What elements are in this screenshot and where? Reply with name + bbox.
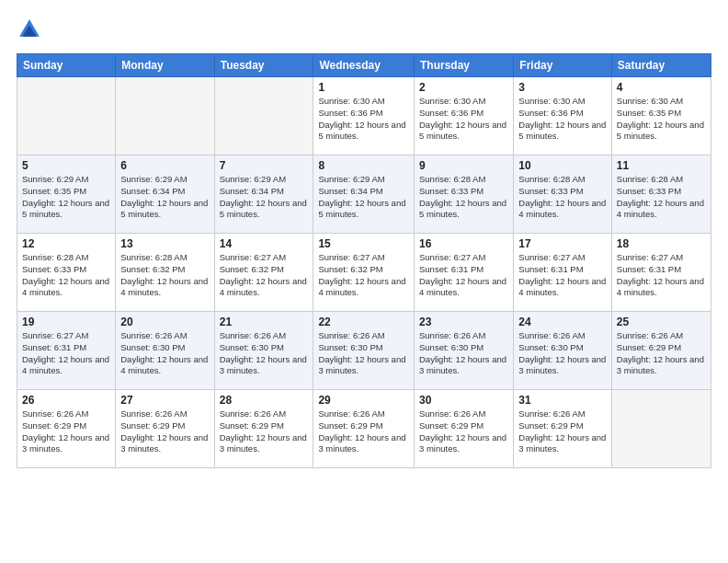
calendar-row-4: 26Sunrise: 6:26 AMSunset: 6:29 PMDayligh…: [17, 390, 711, 468]
page: SundayMondayTuesdayWednesdayThursdayFrid…: [0, 0, 728, 563]
day-info: Sunrise: 6:29 AMSunset: 6:35 PMDaylight:…: [22, 174, 110, 221]
day-number: 2: [419, 81, 508, 94]
day-info: Sunrise: 6:27 AMSunset: 6:32 PMDaylight:…: [220, 252, 309, 299]
calendar-cell-0-2: [214, 77, 313, 155]
day-info: Sunrise: 6:26 AMSunset: 6:29 PMDaylight:…: [22, 408, 110, 455]
day-number: 14: [220, 237, 309, 250]
day-number: 20: [120, 316, 209, 328]
day-info: Sunrise: 6:27 AMSunset: 6:31 PMDaylight:…: [419, 252, 508, 299]
day-info: Sunrise: 6:26 AMSunset: 6:29 PMDaylight:…: [617, 330, 706, 377]
day-number: 8: [318, 159, 409, 172]
calendar-table: SundayMondayTuesdayWednesdayThursdayFrid…: [17, 53, 711, 468]
day-info: Sunrise: 6:30 AMSunset: 6:36 PMDaylight:…: [419, 96, 508, 143]
day-info: Sunrise: 6:29 AMSunset: 6:34 PMDaylight:…: [220, 174, 309, 221]
day-info: Sunrise: 6:26 AMSunset: 6:30 PMDaylight:…: [518, 330, 607, 377]
calendar-row-0: 1Sunrise: 6:30 AMSunset: 6:36 PMDaylight…: [17, 77, 711, 155]
calendar-cell-4-5: 31Sunrise: 6:26 AMSunset: 6:29 PMDayligh…: [514, 390, 612, 468]
day-number: 5: [22, 159, 110, 172]
calendar-cell-3-6: 25Sunrise: 6:26 AMSunset: 6:29 PMDayligh…: [611, 312, 711, 390]
day-number: 21: [220, 316, 309, 328]
day-info: Sunrise: 6:28 AMSunset: 6:33 PMDaylight:…: [22, 252, 110, 299]
calendar-cell-1-0: 5Sunrise: 6:29 AMSunset: 6:35 PMDaylight…: [17, 155, 116, 234]
weekday-monday: Monday: [116, 54, 214, 77]
calendar-cell-0-1: [116, 77, 214, 155]
day-info: Sunrise: 6:26 AMSunset: 6:30 PMDaylight:…: [220, 330, 309, 377]
day-number: 29: [318, 394, 409, 407]
day-number: 6: [120, 159, 209, 172]
day-number: 28: [220, 394, 309, 407]
calendar-cell-3-4: 23Sunrise: 6:26 AMSunset: 6:30 PMDayligh…: [415, 312, 514, 390]
calendar-cell-3-1: 20Sunrise: 6:26 AMSunset: 6:30 PMDayligh…: [116, 312, 214, 390]
day-number: 30: [419, 394, 508, 407]
day-info: Sunrise: 6:26 AMSunset: 6:30 PMDaylight:…: [419, 330, 508, 377]
calendar-cell-2-1: 13Sunrise: 6:28 AMSunset: 6:32 PMDayligh…: [116, 234, 214, 312]
calendar-cell-3-5: 24Sunrise: 6:26 AMSunset: 6:30 PMDayligh…: [514, 312, 612, 390]
day-info: Sunrise: 6:29 AMSunset: 6:34 PMDaylight:…: [318, 174, 409, 221]
calendar-cell-2-0: 12Sunrise: 6:28 AMSunset: 6:33 PMDayligh…: [17, 234, 116, 312]
calendar-cell-2-5: 17Sunrise: 6:27 AMSunset: 6:31 PMDayligh…: [514, 234, 612, 312]
day-number: 9: [419, 159, 508, 172]
day-number: 7: [220, 159, 309, 172]
logo-icon: [17, 17, 42, 42]
day-info: Sunrise: 6:28 AMSunset: 6:32 PMDaylight:…: [120, 252, 209, 299]
day-number: 17: [518, 237, 607, 250]
weekday-header-row: SundayMondayTuesdayWednesdayThursdayFrid…: [17, 54, 711, 77]
day-info: Sunrise: 6:26 AMSunset: 6:29 PMDaylight:…: [318, 408, 409, 455]
day-info: Sunrise: 6:26 AMSunset: 6:29 PMDaylight:…: [419, 408, 508, 455]
calendar-cell-1-3: 8Sunrise: 6:29 AMSunset: 6:34 PMDaylight…: [313, 155, 415, 234]
day-number: 13: [120, 237, 209, 250]
calendar-cell-4-4: 30Sunrise: 6:26 AMSunset: 6:29 PMDayligh…: [415, 390, 514, 468]
calendar-cell-3-2: 21Sunrise: 6:26 AMSunset: 6:30 PMDayligh…: [214, 312, 313, 390]
day-info: Sunrise: 6:27 AMSunset: 6:31 PMDaylight:…: [22, 330, 110, 377]
calendar-cell-3-3: 22Sunrise: 6:26 AMSunset: 6:30 PMDayligh…: [313, 312, 415, 390]
day-info: Sunrise: 6:29 AMSunset: 6:34 PMDaylight:…: [120, 174, 209, 221]
day-info: Sunrise: 6:26 AMSunset: 6:29 PMDaylight:…: [518, 408, 607, 455]
day-number: 16: [419, 237, 508, 250]
day-info: Sunrise: 6:28 AMSunset: 6:33 PMDaylight:…: [419, 174, 508, 221]
day-info: Sunrise: 6:26 AMSunset: 6:30 PMDaylight:…: [318, 330, 409, 377]
day-number: 4: [617, 81, 706, 94]
day-info: Sunrise: 6:30 AMSunset: 6:35 PMDaylight:…: [617, 96, 706, 143]
calendar-cell-2-3: 15Sunrise: 6:27 AMSunset: 6:32 PMDayligh…: [313, 234, 415, 312]
calendar-cell-4-0: 26Sunrise: 6:26 AMSunset: 6:29 PMDayligh…: [17, 390, 116, 468]
day-info: Sunrise: 6:30 AMSunset: 6:36 PMDaylight:…: [318, 96, 409, 143]
day-info: Sunrise: 6:26 AMSunset: 6:29 PMDaylight:…: [220, 408, 309, 455]
header: [17, 17, 711, 42]
calendar-body: 1Sunrise: 6:30 AMSunset: 6:36 PMDaylight…: [17, 77, 711, 468]
day-number: 26: [22, 394, 110, 407]
day-number: 25: [617, 316, 706, 328]
calendar-cell-2-4: 16Sunrise: 6:27 AMSunset: 6:31 PMDayligh…: [415, 234, 514, 312]
day-info: Sunrise: 6:28 AMSunset: 6:33 PMDaylight:…: [518, 174, 607, 221]
calendar-cell-0-6: 4Sunrise: 6:30 AMSunset: 6:35 PMDaylight…: [611, 77, 711, 155]
calendar-cell-4-2: 28Sunrise: 6:26 AMSunset: 6:29 PMDayligh…: [214, 390, 313, 468]
day-number: 19: [22, 316, 110, 328]
calendar-cell-2-2: 14Sunrise: 6:27 AMSunset: 6:32 PMDayligh…: [214, 234, 313, 312]
calendar-cell-4-3: 29Sunrise: 6:26 AMSunset: 6:29 PMDayligh…: [313, 390, 415, 468]
calendar-cell-0-5: 3Sunrise: 6:30 AMSunset: 6:36 PMDaylight…: [514, 77, 612, 155]
day-info: Sunrise: 6:26 AMSunset: 6:30 PMDaylight:…: [120, 330, 209, 377]
day-number: 3: [518, 81, 607, 94]
calendar-cell-1-1: 6Sunrise: 6:29 AMSunset: 6:34 PMDaylight…: [116, 155, 214, 234]
day-number: 1: [318, 81, 409, 94]
weekday-sunday: Sunday: [17, 54, 116, 77]
calendar-row-2: 12Sunrise: 6:28 AMSunset: 6:33 PMDayligh…: [17, 234, 711, 312]
day-number: 15: [318, 237, 409, 250]
calendar-cell-4-1: 27Sunrise: 6:26 AMSunset: 6:29 PMDayligh…: [116, 390, 214, 468]
day-info: Sunrise: 6:28 AMSunset: 6:33 PMDaylight:…: [617, 174, 706, 221]
day-number: 18: [617, 237, 706, 250]
day-number: 24: [518, 316, 607, 328]
calendar-cell-1-6: 11Sunrise: 6:28 AMSunset: 6:33 PMDayligh…: [611, 155, 711, 234]
calendar-row-1: 5Sunrise: 6:29 AMSunset: 6:35 PMDaylight…: [17, 155, 711, 234]
day-info: Sunrise: 6:27 AMSunset: 6:31 PMDaylight:…: [617, 252, 706, 299]
weekday-wednesday: Wednesday: [313, 54, 415, 77]
calendar-cell-1-2: 7Sunrise: 6:29 AMSunset: 6:34 PMDaylight…: [214, 155, 313, 234]
weekday-friday: Friday: [514, 54, 612, 77]
day-info: Sunrise: 6:26 AMSunset: 6:29 PMDaylight:…: [120, 408, 209, 455]
logo: [17, 17, 46, 42]
day-number: 10: [518, 159, 607, 172]
calendar-cell-3-0: 19Sunrise: 6:27 AMSunset: 6:31 PMDayligh…: [17, 312, 116, 390]
day-number: 11: [617, 159, 706, 172]
day-number: 27: [120, 394, 209, 407]
day-info: Sunrise: 6:27 AMSunset: 6:32 PMDaylight:…: [318, 252, 409, 299]
weekday-thursday: Thursday: [415, 54, 514, 77]
